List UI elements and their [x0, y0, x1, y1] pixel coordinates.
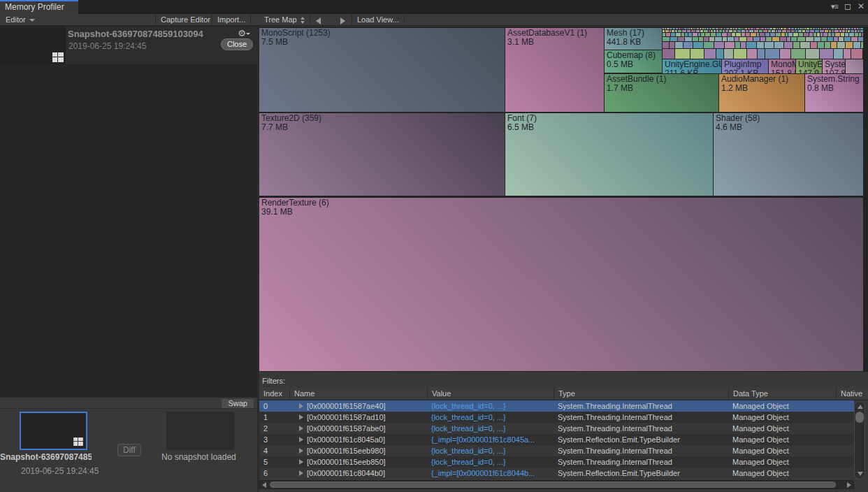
treemap-block-mesh[interactable]: Mesh (17)441.8 KB: [605, 28, 662, 50]
treemap-block-assetbundle[interactable]: AssetBundle (1)1.7 MB: [605, 74, 718, 112]
treemap-block-system-string[interactable]: System.String0.8 MB: [805, 74, 863, 112]
column-header-native[interactable]: Native: [836, 387, 868, 400]
treemap-block-shader[interactable]: Shader (58)4.6 MB: [714, 113, 863, 196]
treemap-block-monoscript[interactable]: MonoScript (1253)7.5 MB: [259, 28, 505, 112]
table-row[interactable]: 0[0x000001f61587ae40]{lock_thread_id=0, …: [259, 400, 854, 412]
forward-button[interactable]: [340, 16, 345, 27]
mosaic-tile: [797, 28, 800, 29]
treemap-block-texture2d[interactable]: Texture2D (359)7.7 MB: [259, 113, 505, 196]
treemap-block-audiomanager[interactable]: AudioManager (1)1.2 MB: [719, 74, 804, 112]
mosaic-tile: [675, 30, 677, 32]
close-snapshot-button[interactable]: Close: [221, 38, 253, 50]
mosaic-tile: [757, 42, 764, 48]
filters-label: Filters:: [262, 377, 285, 385]
scroll-right-icon[interactable]: [847, 482, 851, 488]
row-expander-icon[interactable]: [299, 414, 303, 420]
row-expander-icon[interactable]: [299, 448, 303, 454]
mosaic-tile: [687, 30, 690, 32]
row-expander-icon[interactable]: [299, 459, 303, 465]
column-header-name[interactable]: Name: [289, 387, 427, 400]
window-menu-icon[interactable]: ▾≡: [831, 1, 838, 12]
cell-value[interactable]: {lock_thread_id=0, ...}: [427, 400, 554, 412]
maximize-icon[interactable]: ◻: [844, 1, 851, 12]
scroll-up-icon[interactable]: [858, 405, 863, 409]
close-icon[interactable]: ✕: [858, 1, 865, 12]
gear-icon[interactable]: ⚙: [238, 28, 250, 38]
cell-value[interactable]: {lock_thread_id=0, ...}: [427, 412, 554, 423]
column-header-value[interactable]: Value: [427, 387, 554, 400]
table-row[interactable]: 6[0x000001f61c8044b0]{_impl=[0x000001f61…: [259, 468, 854, 479]
mosaic-tile: [839, 30, 841, 32]
treemap-block-pluginimp[interactable]: PluginImp207.1 KB: [722, 59, 768, 73]
cell-value[interactable]: {_impl=[0x000001f61c8044b...: [427, 468, 554, 479]
column-header-data-type[interactable]: Data Type: [728, 387, 836, 400]
mosaic-tile: [848, 28, 851, 29]
cell-name: [0x000001f61587ad10]: [289, 412, 427, 423]
snapshot-entry[interactable]: Snapshot-636970874859103094 2019-06-25 1…: [0, 27, 257, 64]
treemap-block-label: AssetDatabaseV1 (1): [505, 28, 604, 38]
view-mode-dropdown[interactable]: Tree Map: [264, 14, 305, 25]
object-table: IndexNameValueTypeData TypeNative 0[0x00…: [259, 387, 868, 479]
cell-value[interactable]: {lock_thread_id=0, ...}: [427, 423, 554, 434]
cell-type: System.Threading.InternalThread: [554, 445, 728, 456]
mosaic-tile: [766, 37, 772, 41]
treemap-block-syste[interactable]: Syste107.8: [823, 59, 845, 73]
column-header-type[interactable]: Type: [554, 387, 728, 400]
table-row[interactable]: 3[0x000001f61c8045a0]{_impl=[0x000001f61…: [259, 434, 854, 445]
treemap-block-unityengine-gu[interactable]: UnityEngine.GU211.6 KB: [663, 59, 721, 73]
mosaic-tile: [744, 28, 744, 29]
mosaic-tile: [783, 28, 786, 29]
cell-value[interactable]: {lock_thread_id=0, ...}: [427, 445, 554, 456]
mosaic-tile: [813, 28, 815, 29]
treemap-block-cubemap[interactable]: Cubemap (8)0.5 MB: [605, 50, 662, 73]
import-button[interactable]: Import...: [217, 14, 245, 25]
row-expander-icon[interactable]: [299, 403, 303, 409]
treemap-mosaic-region[interactable]: [663, 28, 863, 59]
editor-dropdown[interactable]: Editor: [6, 14, 35, 25]
scroll-left-icon[interactable]: [262, 482, 266, 488]
mosaic-tile: [855, 30, 857, 32]
vertical-scrollbar-thumb[interactable]: [855, 412, 864, 423]
row-expander-icon[interactable]: [299, 437, 303, 442]
treemap-block-label: UnityEn: [796, 59, 822, 69]
column-header-index[interactable]: Index: [259, 387, 289, 400]
treemap-block-size: 0.8 MB: [805, 84, 863, 93]
table-row[interactable]: 2[0x000001f61587abe0]{lock_thread_id=0, …: [259, 423, 854, 434]
mosaic-tile: [665, 28, 666, 29]
mosaic-tile: [818, 28, 819, 29]
compare-snapshot-b-thumbnail[interactable]: [166, 412, 234, 450]
capture-editor-button[interactable]: Capture Editor: [161, 14, 210, 25]
scroll-down-icon[interactable]: [858, 472, 863, 476]
compare-snapshot-a-thumbnail[interactable]: [20, 412, 87, 450]
cell-value[interactable]: {_impl=[0x000001f61c8045a...: [427, 434, 554, 445]
mosaic-tile: [816, 28, 817, 29]
load-view-button[interactable]: Load View...: [357, 14, 399, 25]
row-expander-icon[interactable]: [299, 470, 303, 476]
treemap-block-rendertexture[interactable]: RenderTexture (6)39.1 MB: [259, 198, 863, 371]
horizontal-scrollbar-thumb[interactable]: [270, 482, 836, 488]
treemap-block-font[interactable]: Font (7)6.5 MB: [505, 113, 713, 196]
table-row[interactable]: 5[0x000001f615eeb850]{lock_thread_id=0, …: [259, 456, 854, 468]
mosaic-tile: [844, 49, 851, 59]
swap-button[interactable]: Swap: [222, 399, 254, 408]
horizontal-scrollbar[interactable]: [259, 480, 854, 489]
treemap[interactable]: MonoScript (1253)7.5 MBAssetDatabaseV1 (…: [259, 27, 868, 372]
mosaic-tile: [770, 33, 775, 36]
vertical-scrollbar[interactable]: [854, 401, 865, 479]
cell-value[interactable]: {lock_thread_id=0, ...}: [427, 456, 554, 468]
back-button[interactable]: [316, 16, 321, 27]
diff-button[interactable]: Diff: [117, 444, 141, 456]
treemap-block-small-unlabeled[interactable]: [846, 59, 863, 73]
mosaic-tile: [756, 28, 759, 29]
table-row[interactable]: 4[0x000001f615eeb980]{lock_thread_id=0, …: [259, 445, 854, 456]
treemap-block-unityen[interactable]: UnityEn147.9 K: [796, 59, 822, 73]
mosaic-tile: [709, 37, 714, 41]
treemap-block-monom[interactable]: MonoM151.8 K: [769, 59, 795, 73]
treemap-block-size: 1.7 MB: [605, 84, 718, 93]
treemap-block-assetdatabasev1[interactable]: AssetDatabaseV1 (1)3.1 MB: [505, 28, 604, 112]
tab-memory-profiler[interactable]: Memory Profiler: [0, 0, 78, 14]
mosaic-tile: [787, 30, 790, 32]
table-row[interactable]: 1[0x000001f61587ad10]{lock_thread_id=0, …: [259, 412, 854, 423]
mosaic-tile: [715, 37, 722, 41]
row-expander-icon[interactable]: [299, 426, 303, 431]
